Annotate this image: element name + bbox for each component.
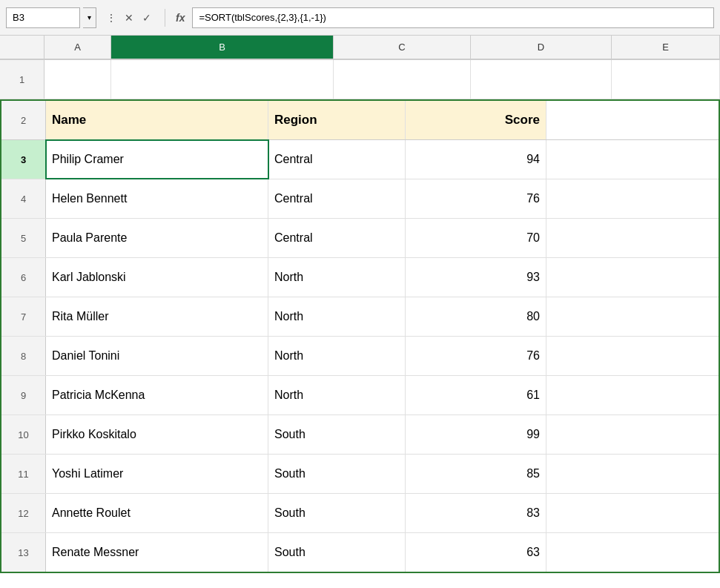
cell-c13[interactable]: South — [268, 533, 406, 572]
row-num-header-corner — [0, 36, 44, 59]
row-number: 8 — [1, 337, 46, 375]
cell-d10[interactable]: 99 — [406, 415, 546, 454]
row-number: 7 — [1, 297, 46, 336]
cell-d9[interactable]: 61 — [406, 376, 546, 414]
formula-input[interactable] — [192, 7, 714, 28]
cell-c6[interactable]: North — [268, 258, 406, 297]
table-row: 11 Yoshi Latimer South 85 — [1, 455, 719, 494]
formula-bar-icons: ⋮ ✕ ✓ — [99, 10, 159, 25]
table-row: 1 — [0, 60, 720, 99]
table-row: 9 Patricia McKenna North 61 — [1, 376, 719, 415]
table-row: 2 Name Region Score — [1, 101, 719, 140]
cell-d4[interactable]: 76 — [406, 179, 546, 218]
formula-bar: B3 ▾ ⋮ ✕ ✓ fx — [0, 0, 720, 36]
cell-ref-label: B3 — [13, 12, 24, 23]
cancel-icon[interactable]: ✕ — [122, 10, 136, 25]
more-options-icon[interactable]: ⋮ — [104, 10, 119, 25]
table-row: 8 Daniel Tonini North 76 — [1, 337, 719, 376]
cell-b12[interactable]: Annette Roulet — [46, 494, 268, 532]
cell-c1[interactable] — [334, 60, 471, 99]
cell-d2-score-header[interactable]: Score — [406, 101, 546, 139]
table-row: 5 Paula Parente Central 70 — [1, 219, 719, 258]
cell-d11[interactable]: 85 — [406, 455, 546, 493]
row-number: 3 — [1, 140, 46, 179]
cell-d1[interactable] — [471, 60, 612, 99]
cell-d3[interactable]: 94 — [406, 140, 546, 179]
cell-d12[interactable]: 83 — [406, 494, 546, 532]
table-row: 13 Renate Messner South 63 — [1, 533, 719, 572]
cell-c4[interactable]: Central — [268, 179, 406, 218]
col-header-c[interactable]: C — [334, 36, 471, 59]
cell-d6[interactable]: 93 — [406, 258, 546, 297]
row-number: 6 — [1, 258, 46, 297]
table-row: 12 Annette Roulet South 83 — [1, 494, 719, 533]
column-headers: A B C D E — [0, 36, 720, 60]
row-number: 2 — [1, 101, 46, 139]
row-number: 10 — [1, 415, 46, 454]
cell-reference-box[interactable]: B3 — [6, 7, 80, 28]
cell-b4[interactable]: Helen Bennett — [46, 179, 268, 218]
cell-b3[interactable]: Philip Cramer — [46, 140, 268, 179]
row-number: 1 — [0, 60, 44, 99]
formula-bar-separator — [165, 9, 165, 27]
cell-c7[interactable]: North — [268, 297, 406, 336]
cell-c12[interactable]: South — [268, 494, 406, 532]
cell-c9[interactable]: North — [268, 376, 406, 414]
cell-c3[interactable]: Central — [268, 140, 406, 179]
cell-c5[interactable]: Central — [268, 219, 406, 257]
row-number: 11 — [1, 455, 46, 493]
table-row: 7 Rita Müller North 80 — [1, 297, 719, 337]
row-number: 12 — [1, 494, 46, 532]
cell-b6[interactable]: Karl Jablonski — [46, 258, 268, 297]
table-row: 4 Helen Bennett Central 76 — [1, 179, 719, 219]
cell-b1[interactable] — [111, 60, 334, 99]
cell-b2-name-header[interactable]: Name — [46, 101, 268, 139]
row-number: 4 — [1, 179, 46, 218]
cell-ref-dropdown[interactable]: ▾ — [83, 7, 96, 28]
table-row: 3 Philip Cramer Central 94 — [1, 140, 719, 179]
cell-c2-region-header[interactable]: Region — [268, 101, 406, 139]
cell-e1[interactable] — [612, 60, 720, 99]
cell-b9[interactable]: Patricia McKenna — [46, 376, 268, 414]
table-row: 10 Pirkko Koskitalo South 99 — [1, 415, 719, 455]
cell-b10[interactable]: Pirkko Koskitalo — [46, 415, 268, 454]
col-header-d[interactable]: D — [471, 36, 612, 59]
cell-c10[interactable]: South — [268, 415, 406, 454]
confirm-icon[interactable]: ✓ — [139, 10, 154, 25]
cell-b5[interactable]: Paula Parente — [46, 219, 268, 257]
fx-label: fx — [171, 12, 189, 24]
cell-d13[interactable]: 63 — [406, 533, 546, 572]
cell-b11[interactable]: Yoshi Latimer — [46, 455, 268, 493]
cell-b7[interactable]: Rita Müller — [46, 297, 268, 336]
cell-b8[interactable]: Daniel Tonini — [46, 337, 268, 375]
cell-d7[interactable]: 80 — [406, 297, 546, 336]
cell-b13[interactable]: Renate Messner — [46, 533, 268, 572]
cell-d5[interactable]: 70 — [406, 219, 546, 257]
table-row: 6 Karl Jablonski North 93 — [1, 258, 719, 297]
row-number: 9 — [1, 376, 46, 414]
col-header-a[interactable]: A — [44, 36, 111, 59]
cell-c8[interactable]: North — [268, 337, 406, 375]
spreadsheet: A B C D E 1 2 Name Region Score 3 Philip… — [0, 36, 720, 573]
data-table: 2 Name Region Score 3 Philip Cramer Cent… — [0, 99, 720, 573]
cell-d8[interactable]: 76 — [406, 337, 546, 375]
col-header-e[interactable]: E — [612, 36, 720, 59]
cell-a1[interactable] — [44, 60, 111, 99]
row-number: 13 — [1, 533, 46, 572]
col-header-b[interactable]: B — [111, 36, 334, 59]
row-number: 5 — [1, 219, 46, 257]
cell-c11[interactable]: South — [268, 455, 406, 493]
